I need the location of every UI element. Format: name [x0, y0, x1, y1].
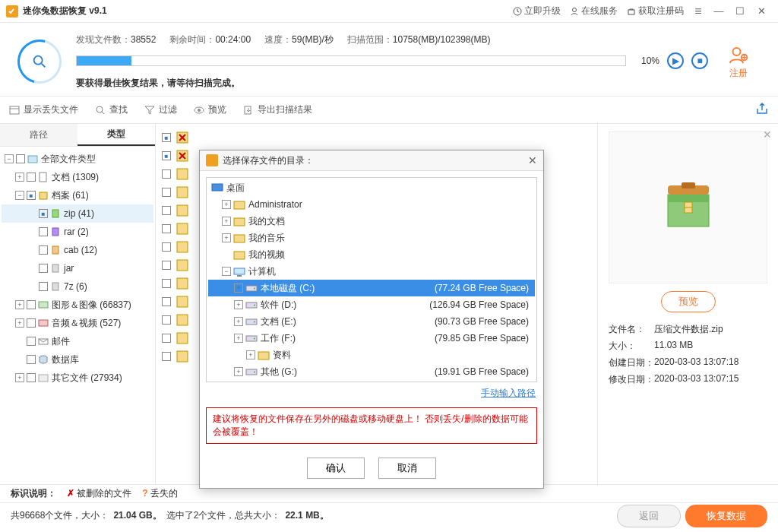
tree-cab[interactable]: cab (12) — [2, 241, 153, 259]
svg-rect-48 — [234, 201, 245, 209]
svg-rect-40 — [177, 351, 188, 362]
export-button[interactable]: 导出扫描结果 — [243, 103, 312, 116]
dir-desktop[interactable]: 桌面 — [208, 179, 535, 196]
manual-path-link[interactable]: 手动输入路径 — [481, 388, 536, 398]
file-size: 11.03 MB — [654, 340, 693, 353]
get-regcode-link[interactable]: 获取注册码 — [627, 5, 684, 17]
list-item[interactable] — [162, 311, 198, 329]
tree-all[interactable]: −全部文件类型 — [2, 150, 153, 168]
svg-rect-34 — [177, 242, 188, 252]
tree-archive[interactable]: −档案 (61) — [2, 186, 153, 204]
dir-drive[interactable]: +其他 (G:)(19.91 GB Free Space) — [208, 363, 535, 380]
svg-rect-46 — [206, 154, 218, 166]
tree-other[interactable]: +其它文件 (27934) — [2, 369, 153, 387]
preview-close-icon[interactable]: ✕ — [763, 128, 772, 141]
dir-drive[interactable]: +工作 (F:)(79.85 GB Free Space) — [208, 330, 535, 347]
tree-image[interactable]: +图形＆图像 (66837) — [2, 296, 153, 314]
tree-zip[interactable]: zip (41) — [2, 204, 153, 223]
svg-rect-37 — [177, 296, 188, 307]
dir-drive[interactable]: +本地磁盘 (C:)(77.24 GB Free Space) — [208, 280, 535, 296]
share-icon[interactable] — [755, 102, 769, 118]
tree-db[interactable]: 数据库 — [2, 350, 153, 369]
statusbar: 共96668个文件，大小：21.04 GB。 选中了2个文件，总共大小：22.1… — [0, 502, 778, 528]
toolbar: 显示丢失文件 查找 过滤 预览 导出扫描结果 — [0, 97, 778, 124]
tree-rar[interactable]: rar (2) — [2, 223, 153, 241]
list-item[interactable] — [162, 128, 198, 147]
dir-docs[interactable]: +我的文档 — [208, 213, 535, 230]
maximize-button[interactable]: ☐ — [729, 5, 751, 17]
preview-tool-button[interactable]: 预览 — [194, 103, 226, 116]
upgrade-link[interactable]: 立即升级 — [513, 5, 561, 17]
svg-rect-21 — [52, 264, 59, 272]
show-lost-button[interactable]: 显示丢失文件 — [9, 103, 78, 116]
preview-panel: ✕ 预览 文件名：压缩文件数据.zip 大小：11.03 MB 创建日期：202… — [597, 124, 778, 484]
list-item[interactable] — [162, 256, 198, 274]
dir-folder[interactable]: +资料 — [208, 347, 535, 363]
find-button[interactable]: 查找 — [95, 103, 128, 116]
online-service-link[interactable]: 在线服务 — [570, 5, 618, 17]
list-item[interactable] — [162, 201, 198, 220]
deleted-mark-icon: ✗ — [67, 488, 74, 499]
svg-rect-35 — [177, 260, 188, 271]
svg-rect-42 — [668, 195, 709, 202]
dir-drive[interactable]: +软件 (D:)(126.94 GB Free Space) — [208, 296, 535, 313]
svg-rect-16 — [40, 173, 46, 182]
svg-rect-27 — [39, 375, 48, 382]
dialog-close-icon[interactable]: ✕ — [528, 154, 537, 166]
dialog-ok-button[interactable]: 确认 — [307, 458, 365, 479]
svg-rect-30 — [177, 169, 188, 179]
tree-7z[interactable]: 7z (6) — [2, 277, 153, 296]
svg-rect-31 — [177, 187, 188, 198]
stop-button[interactable]: ■ — [691, 52, 708, 69]
lost-mark-icon: ? — [142, 488, 147, 499]
svg-rect-53 — [237, 275, 242, 277]
back-button[interactable]: 返回 — [617, 505, 681, 527]
scan-message: 要获得最佳恢复结果，请等待扫描完成。 — [76, 77, 708, 90]
save-dir-dialog: 选择保存文件的目录： ✕ 桌面 +Administrator +我的文档 +我的… — [199, 150, 544, 489]
close-button[interactable]: ✕ — [751, 5, 772, 17]
dialog-cancel-button[interactable]: 取消 — [378, 458, 436, 479]
list-item[interactable] — [162, 293, 198, 311]
file-mtime: 2020-03-03 13:07:15 — [654, 373, 738, 386]
tree-mail[interactable]: 邮件 — [2, 332, 153, 350]
svg-rect-52 — [234, 268, 245, 274]
svg-point-4 — [34, 56, 43, 65]
register-button[interactable]: 注册 — [708, 33, 769, 90]
svg-rect-23 — [39, 302, 48, 308]
list-item[interactable] — [162, 347, 198, 366]
list-item[interactable] — [162, 147, 198, 165]
svg-rect-19 — [52, 228, 59, 236]
preview-thumbnail — [609, 131, 767, 283]
tab-path[interactable]: 路径 — [0, 124, 77, 146]
list-item[interactable] — [162, 329, 198, 347]
dir-drive[interactable]: +文档 (E:)(90.73 GB Free Space) — [208, 313, 535, 330]
minimize-button[interactable]: — — [708, 5, 729, 17]
list-item[interactable] — [162, 274, 198, 293]
menu-button[interactable]: ≡ — [691, 5, 705, 18]
svg-rect-32 — [177, 205, 188, 216]
dir-video[interactable]: 我的视频 — [208, 246, 535, 263]
scan-percent: 10% — [634, 55, 659, 66]
tree-doc[interactable]: +文档 (1309) — [2, 168, 153, 186]
tree-audio[interactable]: +音频＆视频 (527) — [2, 314, 153, 332]
tab-type[interactable]: 类型 — [77, 124, 155, 146]
dir-admin[interactable]: +Administrator — [208, 196, 535, 213]
dir-music[interactable]: +我的音乐 — [208, 230, 535, 246]
dir-computer[interactable]: −计算机 — [208, 263, 535, 280]
app-icon — [6, 5, 18, 17]
play-button[interactable]: ▶ — [667, 52, 684, 69]
list-item[interactable] — [162, 165, 198, 183]
svg-point-10 — [96, 106, 103, 112]
svg-point-55 — [254, 288, 255, 290]
list-item[interactable] — [162, 238, 198, 256]
recover-button[interactable]: 恢复数据 — [685, 505, 767, 527]
list-item[interactable] — [162, 183, 198, 201]
svg-rect-51 — [234, 252, 245, 259]
filter-button[interactable]: 过滤 — [144, 103, 177, 116]
preview-button[interactable]: 预览 — [661, 291, 716, 312]
svg-line-5 — [42, 64, 46, 68]
scan-progress-icon — [17, 40, 62, 84]
tree-jar[interactable]: jar — [2, 259, 153, 277]
zip-file-icon — [662, 181, 715, 234]
list-item[interactable] — [162, 220, 198, 238]
